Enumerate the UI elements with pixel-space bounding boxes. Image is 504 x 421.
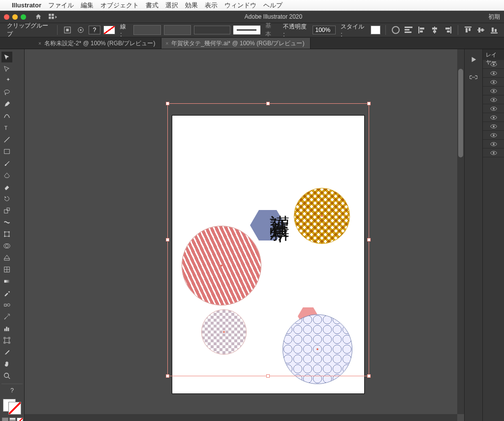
tab-close-icon[interactable]: × xyxy=(38,41,41,46)
menu-effect[interactable]: 効果 xyxy=(185,1,198,10)
handle-tl[interactable] xyxy=(166,102,169,105)
layer-visibility-toggle[interactable] xyxy=(483,60,504,69)
scale-tool[interactable] xyxy=(1,205,12,216)
handle-bm[interactable] xyxy=(266,374,270,378)
symbol-sprayer-tool[interactable] xyxy=(1,311,12,322)
paintbrush-tool[interactable] xyxy=(1,158,12,169)
layer-visibility-toggle[interactable] xyxy=(483,87,504,95)
artboard-tool[interactable] xyxy=(1,335,12,346)
align-vcenter-icon[interactable] xyxy=(476,25,486,35)
blend-tool[interactable] xyxy=(1,300,12,310)
eraser-tool[interactable] xyxy=(1,181,12,192)
width-tool[interactable] xyxy=(1,217,12,228)
variable-width-dropdown[interactable] xyxy=(164,25,191,35)
perspective-grid-tool[interactable] xyxy=(1,252,12,263)
layers-panel-header[interactable]: レイヤー xyxy=(483,49,504,60)
layer-visibility-toggle[interactable] xyxy=(483,122,504,131)
graphic-style-swatch[interactable] xyxy=(371,26,380,34)
handle-tr[interactable] xyxy=(367,102,371,105)
layer-visibility-toggle[interactable] xyxy=(483,104,504,113)
magic-wand-tool[interactable] xyxy=(1,75,12,86)
zoom-tool[interactable] xyxy=(1,370,12,381)
rotate-tool[interactable] xyxy=(1,193,12,204)
document-tab[interactable]: × 名称未設定-2* @ 100% (RGB/プレビュー) xyxy=(34,38,161,49)
menu-help[interactable]: ヘルプ xyxy=(263,1,283,10)
layer-visibility-toggle[interactable] xyxy=(483,95,504,104)
align-bottom-icon[interactable] xyxy=(489,25,499,35)
bbox-toggle-icon[interactable] xyxy=(63,25,72,35)
line-tool[interactable] xyxy=(1,134,12,145)
type-tool[interactable]: T xyxy=(1,122,12,133)
menu-view[interactable]: 表示 xyxy=(205,1,218,10)
menu-type[interactable]: 書式 xyxy=(146,1,158,10)
scrollbar-thumb[interactable] xyxy=(458,69,463,157)
shape-builder-tool[interactable] xyxy=(1,241,12,251)
selection-tool[interactable] xyxy=(1,52,12,62)
stroke-none[interactable] xyxy=(103,26,115,34)
shaper-tool[interactable] xyxy=(1,170,12,180)
column-graph-tool[interactable] xyxy=(1,323,12,334)
minimize-button[interactable] xyxy=(12,14,18,20)
opacity-input[interactable]: 100% xyxy=(313,26,336,34)
direct-selection-tool[interactable] xyxy=(1,63,12,74)
color-mode-solid[interactable] xyxy=(2,418,8,421)
handle-mr[interactable] xyxy=(367,238,371,241)
stroke-swatch[interactable] xyxy=(8,402,21,415)
vertical-scrollbar[interactable] xyxy=(457,49,464,414)
free-transform-tool[interactable] xyxy=(1,229,12,240)
stroke-profile[interactable] xyxy=(233,26,260,34)
handle-bl[interactable] xyxy=(166,374,169,378)
align-hcenter-icon[interactable] xyxy=(430,25,440,35)
align-top-icon[interactable] xyxy=(463,25,473,35)
app-menu[interactable]: Illustrator xyxy=(12,1,41,9)
layer-visibility-toggle[interactable] xyxy=(483,140,504,149)
color-mode-gradient[interactable] xyxy=(9,418,16,421)
curvature-tool[interactable] xyxy=(1,111,12,121)
workspace-switcher[interactable] xyxy=(48,11,59,22)
document-tab[interactable]: × 年賀状タテ_幾何学.ai* @ 100% (RGB/プレビュー) xyxy=(161,38,311,49)
eyedropper-tool[interactable] xyxy=(1,288,12,299)
layer-visibility-toggle[interactable] xyxy=(483,131,504,140)
layer-visibility-toggle[interactable] xyxy=(483,113,504,122)
lasso-tool[interactable] xyxy=(1,87,12,98)
color-mode-none[interactable] xyxy=(17,418,23,421)
zoom-button[interactable] xyxy=(21,14,26,20)
help-tool[interactable]: ? xyxy=(1,384,23,394)
pen-tool[interactable] xyxy=(1,99,12,110)
menu-object[interactable]: オブジェクト xyxy=(100,1,139,10)
tab-close-icon[interactable]: × xyxy=(165,41,168,46)
menu-edit[interactable]: 編集 xyxy=(81,1,94,10)
close-button[interactable] xyxy=(4,14,9,20)
align-left-icon[interactable] xyxy=(417,25,427,35)
layer-visibility-toggle[interactable] xyxy=(483,149,504,157)
workspace-label[interactable]: 初期 xyxy=(488,13,500,21)
canvas[interactable]: 謹賀新年 xyxy=(25,49,465,421)
layer-visibility-toggle[interactable] xyxy=(483,69,504,78)
layer-visibility-toggle[interactable] xyxy=(483,78,504,87)
recolor-icon[interactable] xyxy=(391,25,401,35)
handle-ml[interactable] xyxy=(166,238,169,241)
menu-select[interactable]: 選択 xyxy=(165,1,178,10)
menu-window[interactable]: ウィンドウ xyxy=(224,1,256,10)
align-right-icon[interactable] xyxy=(443,25,453,35)
handle-tm[interactable] xyxy=(266,102,270,105)
fill-stroke-indicator[interactable] xyxy=(2,398,22,416)
stroke-weight-dropdown[interactable] xyxy=(133,25,160,35)
menu-file[interactable]: ファイル xyxy=(48,1,74,10)
horizontal-scrollbar[interactable] xyxy=(25,414,457,421)
play-icon[interactable] xyxy=(468,54,479,65)
brush-definition[interactable] xyxy=(194,26,230,34)
hand-tool[interactable] xyxy=(1,359,12,369)
slice-tool[interactable] xyxy=(1,347,12,358)
selection-bounding-box[interactable] xyxy=(167,103,369,376)
align-panel-icon[interactable] xyxy=(404,25,413,35)
target-icon[interactable] xyxy=(76,25,86,35)
home-button[interactable] xyxy=(33,11,44,22)
mesh-tool[interactable] xyxy=(1,264,12,275)
fill-unknown[interactable]: ? xyxy=(89,26,100,34)
svg-rect-34 xyxy=(4,210,8,213)
handle-br[interactable] xyxy=(367,374,371,378)
rectangle-tool[interactable] xyxy=(1,146,12,157)
links-icon[interactable] xyxy=(468,72,479,83)
gradient-tool[interactable] xyxy=(1,276,12,287)
